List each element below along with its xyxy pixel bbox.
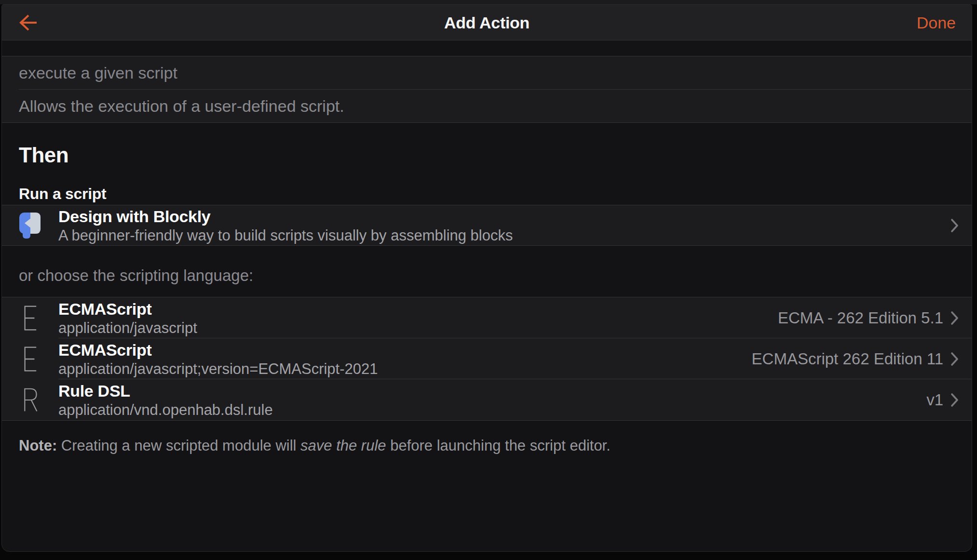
back-button[interactable] (2, 13, 39, 33)
language-mime: application/javascript (58, 320, 766, 337)
chevron-right-icon (950, 352, 959, 366)
language-title: ECMAScript (58, 299, 766, 319)
note-italic: save the rule (300, 437, 386, 454)
language-version: ECMAScript 262 Edition 11 (752, 350, 943, 368)
language-mime: application/javascript;version=ECMAScrip… (58, 360, 740, 378)
note-text: Note: Creating a new scripted module wil… (19, 436, 955, 455)
blockly-item-subtitle: A beginner-friendly way to build scripts… (58, 227, 939, 244)
action-description-text: Allows the execution of a user-defined s… (19, 97, 344, 116)
language-mime: application/vnd.openhab.dsl.rule (58, 401, 915, 419)
language-list: ECMAScript application/javascript ECMA -… (2, 297, 972, 421)
language-item-rule-dsl[interactable]: Rule DSL application/vnd.openhab.dsl.rul… (2, 379, 972, 420)
blockly-list: Design with Blockly A beginner-friendly … (2, 205, 972, 246)
design-with-blockly-item[interactable]: Design with Blockly A beginner-friendly … (2, 205, 972, 245)
chevron-right-icon (950, 218, 959, 233)
navbar: Add Action Done (2, 5, 972, 40)
language-title: ECMAScript (58, 340, 740, 360)
language-title: Rule DSL (58, 381, 915, 400)
action-description-row: Allows the execution of a user-defined s… (2, 90, 972, 122)
search-description-list: execute a given script Allows the execut… (2, 56, 972, 123)
choose-language-label: or choose the scripting language: (19, 266, 955, 285)
then-heading: Then (19, 143, 955, 167)
page-title: Add Action (444, 13, 529, 32)
back-arrow-icon (16, 13, 39, 33)
chevron-right-icon (950, 311, 959, 325)
language-item-ecmascript-5[interactable]: ECMAScript application/javascript ECMA -… (2, 297, 972, 338)
navbar-spacer (2, 40, 972, 56)
page-background-edge (0, 0, 977, 4)
add-action-popup: Add Action Done execute a given script A… (1, 4, 972, 552)
run-a-script-title: Run a script (19, 185, 955, 203)
blockly-icon (19, 212, 41, 239)
letter-E-icon (19, 305, 41, 332)
note-label: Note: (19, 437, 57, 454)
note-after: before launching the script editor. (386, 437, 611, 454)
language-version: ECMA - 262 Edition 5.1 (778, 309, 943, 327)
chevron-right-icon (950, 393, 959, 407)
letter-E-icon (19, 346, 41, 373)
search-input[interactable]: execute a given script (2, 56, 972, 89)
letter-R-icon (19, 387, 41, 413)
language-version: v1 (926, 391, 943, 409)
search-query-text: execute a given script (19, 64, 177, 82)
blockly-item-title: Design with Blockly (58, 207, 939, 226)
note-before: Creating a new scripted module will (57, 437, 300, 454)
language-item-ecmascript-2021[interactable]: ECMAScript application/javascript;versio… (2, 338, 972, 379)
done-button[interactable]: Done (917, 13, 956, 32)
